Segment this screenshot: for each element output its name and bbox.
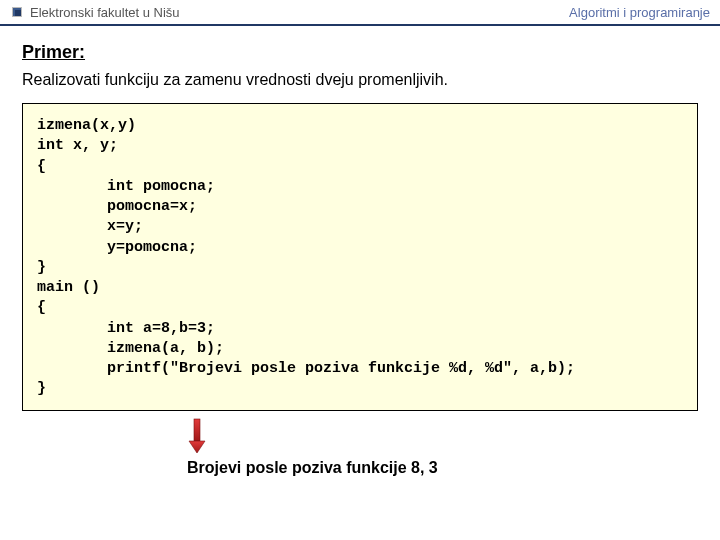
code-line: izmena(x,y): [37, 117, 136, 134]
code-line: main (): [37, 279, 100, 296]
code-line: int pomocna;: [107, 177, 683, 197]
code-block: izmena(x,y) int x, y; { int pomocna;pomo…: [22, 103, 698, 411]
code-line: int a=8,b=3;: [107, 319, 683, 339]
svg-marker-1: [189, 441, 205, 453]
slide-header: Elektronski fakultet u Nišu Algoritmi i …: [0, 0, 720, 26]
code-line: izmena(a, b);: [107, 339, 683, 359]
section-title: Primer:: [22, 42, 698, 63]
code-line: {: [37, 299, 46, 316]
bullet-icon: [12, 7, 22, 17]
slide-content: Primer: Realizovati funkciju za zamenu v…: [0, 26, 720, 477]
task-description: Realizovati funkciju za zamenu vrednosti…: [22, 71, 698, 89]
institution-name: Elektronski fakultet u Nišu: [30, 5, 180, 20]
code-line: int x, y;: [37, 137, 118, 154]
header-left: Elektronski fakultet u Nišu: [12, 5, 180, 20]
code-line: }: [37, 380, 46, 397]
svg-rect-0: [194, 419, 200, 441]
course-name: Algoritmi i programiranje: [569, 5, 710, 20]
code-line: y=pomocna;: [107, 238, 683, 258]
arrow-container: [187, 417, 217, 455]
code-line: x=y;: [107, 217, 683, 237]
program-output: Brojevi posle poziva funkcije 8, 3: [187, 459, 698, 477]
code-line: }: [37, 259, 46, 276]
code-line: {: [37, 158, 46, 175]
arrow-down-icon: [187, 417, 217, 455]
code-line: printf("Brojevi posle poziva funkcije %d…: [107, 359, 683, 379]
code-line: pomocna=x;: [107, 197, 683, 217]
